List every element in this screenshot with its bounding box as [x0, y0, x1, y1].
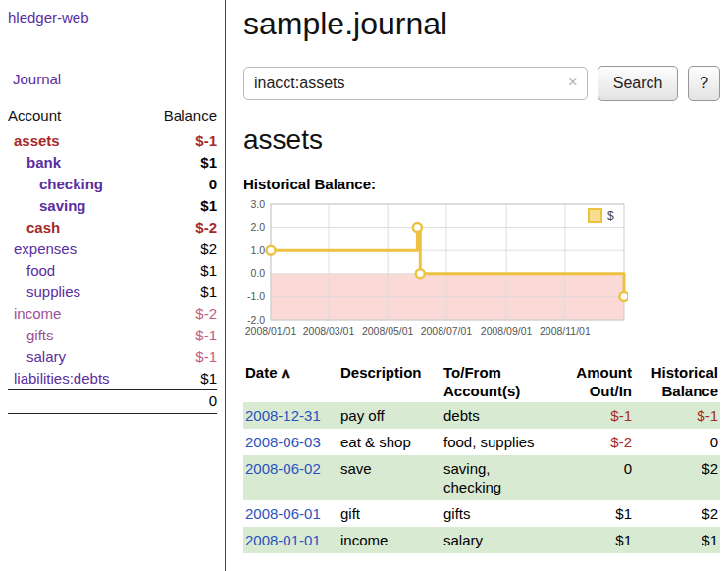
description-cell: income: [338, 527, 442, 553]
clear-search-icon[interactable]: ×: [568, 73, 578, 92]
account-link[interactable]: assets: [8, 130, 145, 152]
chart-title: Historical Balance:: [243, 176, 720, 192]
accounts-table: Account Balance assets$-1bank$1checking0…: [8, 105, 217, 414]
register-row: 2008-06-03eat & shopfood, supplies$-20: [243, 429, 720, 455]
chart-point: [413, 223, 422, 232]
balance-column-header: Balance: [145, 105, 217, 130]
description-cell: gift: [338, 500, 442, 527]
accounts-cell: gifts: [442, 500, 547, 527]
account-balance: $1: [145, 195, 217, 217]
sort-asc-icon: ∧: [279, 364, 291, 383]
search-form: × Search ?: [243, 66, 720, 101]
svg-text:1.0: 1.0: [250, 244, 265, 256]
svg-text:0.0: 0.0: [250, 267, 265, 279]
amount-cell: $-2: [547, 429, 634, 455]
col-header-description: Description: [338, 361, 442, 402]
account-row: checking0: [8, 174, 217, 195]
account-balance: $-1: [145, 346, 217, 368]
amount-cell: $1: [547, 527, 634, 553]
svg-text:2008/05/01: 2008/05/01: [362, 325, 414, 337]
col-header-amount: AmountOut/In: [547, 361, 634, 402]
date-header-label: Date: [245, 364, 278, 381]
account-link[interactable]: gifts: [8, 325, 145, 346]
accounts-cell: salary: [442, 527, 547, 553]
account-link[interactable]: income: [8, 303, 145, 325]
col-header-accounts: To/FromAccount(s): [442, 361, 547, 402]
amount-cell: $-1: [547, 402, 634, 429]
account-link[interactable]: supplies: [8, 282, 145, 303]
account-balance: $1: [145, 260, 217, 282]
account-row: bank$1: [8, 152, 217, 174]
main-content: sample.journal × Search ? assets Histori…: [226, 0, 728, 553]
svg-text:2008/07/01: 2008/07/01: [421, 325, 473, 337]
register-row: 2008-06-02savesaving, checking0$2: [243, 455, 720, 500]
account-row: income$-2: [8, 303, 217, 325]
amount-cell: $1: [547, 500, 634, 527]
date-link[interactable]: 2008-06-02: [245, 460, 321, 477]
balance-cell: $2: [634, 500, 720, 527]
svg-text:-2.0: -2.0: [247, 314, 265, 326]
amount-cell: 0: [547, 455, 634, 500]
legend-color-box: [589, 209, 601, 222]
account-balance: $-2: [145, 303, 217, 325]
register-table: Date∧ Description To/FromAccount(s) Amou…: [243, 361, 720, 553]
account-row: assets$-1: [8, 130, 217, 152]
total-row: 0: [8, 390, 217, 414]
account-link[interactable]: bank: [8, 152, 145, 174]
search-button[interactable]: Search: [598, 66, 679, 101]
accounts-cell: saving, checking: [442, 455, 547, 500]
app-title-link[interactable]: hledger-web: [8, 9, 217, 26]
svg-text:-1.0: -1.0: [247, 290, 265, 302]
chart-point: [267, 246, 276, 255]
balance-cell: $1: [634, 527, 720, 553]
register-row: 2008-06-01giftgifts$1$2: [243, 500, 720, 527]
date-link[interactable]: 2008-01-01: [245, 532, 321, 548]
account-row: expenses$2: [8, 238, 217, 260]
account-link[interactable]: checking: [8, 174, 145, 195]
sidebar: hledger-web Journal Account Balance asse…: [0, 0, 226, 571]
help-button[interactable]: ?: [688, 66, 720, 101]
date-link[interactable]: 2008-12-31: [245, 407, 321, 424]
account-link[interactable]: saving: [8, 195, 145, 217]
account-link[interactable]: food: [8, 260, 145, 282]
accounts-table-header: Account Balance: [8, 105, 217, 130]
account-balance: $2: [145, 238, 217, 260]
page-title: sample.journal: [243, 6, 720, 42]
account-link[interactable]: expenses: [8, 238, 145, 260]
account-link[interactable]: liabilities:debts: [8, 368, 145, 390]
date-cell: 2008-06-01: [243, 500, 338, 527]
date-cell: 2008-12-31: [243, 402, 338, 429]
balance-cell: $-1: [634, 402, 720, 429]
total-balance: 0: [8, 390, 217, 414]
account-balance: $1: [145, 282, 217, 303]
register-row: 2008-12-31pay offdebts$-1$-1: [243, 402, 720, 429]
account-link[interactable]: cash: [8, 217, 145, 238]
date-link[interactable]: 2008-06-01: [245, 505, 321, 522]
description-cell: eat & shop: [338, 429, 442, 455]
date-cell: 2008-06-02: [243, 455, 338, 500]
svg-text:3.0: 3.0: [250, 200, 265, 210]
account-link[interactable]: salary: [8, 346, 145, 368]
description-cell: pay off: [338, 402, 442, 429]
date-cell: 2008-01-01: [243, 527, 338, 553]
nav-journal-link[interactable]: Journal: [8, 71, 217, 87]
chart-point: [620, 292, 629, 301]
date-link[interactable]: 2008-06-03: [245, 434, 321, 450]
account-row: food$1: [8, 260, 217, 282]
account-row: salary$-1: [8, 346, 217, 368]
svg-text:2008/01/01: 2008/01/01: [245, 325, 297, 337]
svg-text:2008/09/01: 2008/09/01: [481, 325, 533, 337]
search-input[interactable]: [243, 67, 588, 100]
legend-label: $: [607, 209, 614, 223]
account-balance: $-2: [145, 217, 217, 238]
balance-cell: $2: [634, 455, 720, 500]
account-row: liabilities:debts$1: [8, 368, 217, 390]
col-header-date[interactable]: Date∧: [243, 361, 338, 402]
balance-cell: 0: [634, 429, 720, 455]
svg-text:2008/03/01: 2008/03/01: [303, 325, 355, 337]
account-row: cash$-2: [8, 217, 217, 238]
account-balance: $-1: [145, 130, 217, 152]
col-header-balance: HistoricalBalance: [634, 361, 720, 402]
svg-text:2008/11/01: 2008/11/01: [540, 325, 591, 337]
chart-point: [416, 269, 425, 278]
